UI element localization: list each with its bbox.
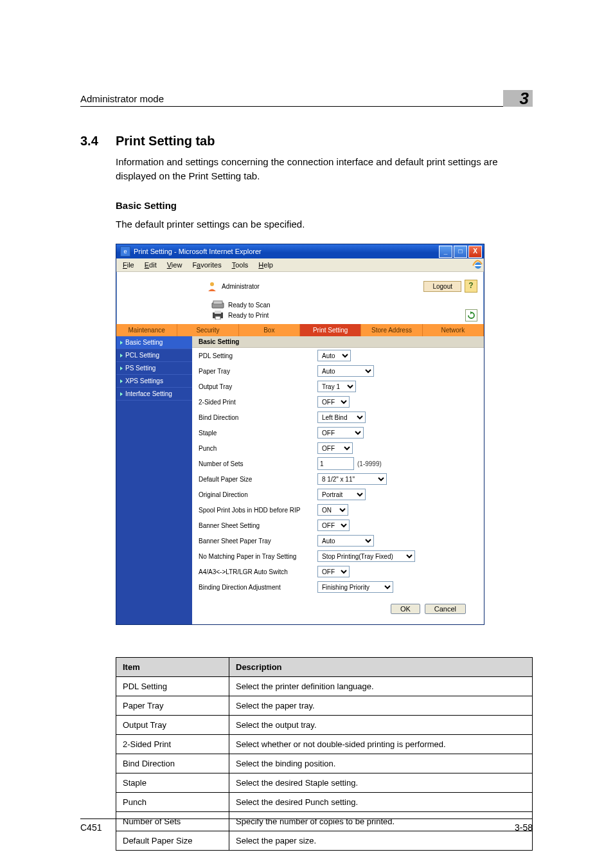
sidebar-item-interface-setting[interactable]: Interface Setting [116,388,192,401]
sidebar-item-label: PS Setting [125,365,155,372]
select-default-paper-size[interactable]: 8 1/2" x 11" [317,473,387,485]
menu-file[interactable]: File [119,260,138,270]
triangle-icon [120,366,123,370]
ok-button[interactable]: OK [391,604,420,614]
printer-icon [211,311,224,320]
logout-button[interactable]: Logout [423,281,461,292]
form-label: Binding Direction Adjustment [199,584,317,591]
table-cell-item: Punch [116,793,229,812]
tab-security[interactable]: Security [177,324,238,336]
window-title: Print Setting - Microsoft Internet Explo… [134,248,439,255]
form-label: Banner Sheet Paper Tray [199,538,317,545]
admin-label: Administrator [222,283,260,290]
sidebar-item-basic-setting[interactable]: Basic Setting [116,336,192,349]
tab-maintenance[interactable]: Maintenance [116,324,177,336]
tab-store-address[interactable]: Store Address [361,324,422,336]
form-label: Default Paper Size [199,476,317,483]
svg-rect-4 [213,301,222,304]
table-cell-description: Select the output tray. [229,716,533,735]
form-row: Default Paper Size8 1/2" x 11" [192,471,484,487]
tab-box[interactable]: Box [239,324,300,336]
menu-tools[interactable]: Tools [228,260,253,270]
table-header-description: Description [229,658,533,677]
form-row: No Matching Paper in Tray SettingStop Pr… [192,548,484,564]
form-label: No Matching Paper in Tray Setting [199,553,317,560]
select-output-tray[interactable]: Tray 1 [317,381,356,392]
form-row: PunchOFF [192,440,484,456]
table-row: Bind DirectionSelect the binding positio… [116,754,533,773]
table-cell-description: Select whether or not double-sided print… [229,735,533,754]
window-maximize-button[interactable]: □ [454,246,467,258]
form-label: Bind Direction [199,414,317,421]
table-cell-item: Staple [116,773,229,793]
cancel-button[interactable]: Cancel [425,604,466,614]
form-label: PDL Setting [199,352,317,359]
table-cell-item: PDL Setting [116,677,229,696]
footer-model: C451 [80,822,515,833]
sidebar-item-ps-setting[interactable]: PS Setting [116,362,192,375]
table-row: Default Paper SizeSelect the paper size. [116,831,533,851]
select-bind-direction[interactable]: Left Bind [317,411,366,423]
table-cell-item: Bind Direction [116,754,229,773]
select-punch[interactable]: OFF [317,442,353,454]
help-button[interactable]: ? [465,280,477,293]
menu-favorites[interactable]: Favorites [188,260,225,270]
select-original-direction[interactable]: Portrait [317,489,366,500]
table-cell-item: 2-Sided Print [116,735,229,754]
table-cell-item: Paper Tray [116,696,229,716]
triangle-icon [120,392,123,396]
table-cell-description: Select the printer definition language. [229,677,533,696]
select-no-matching-paper-in-tray-setting[interactable]: Stop Printing(Tray Fixed) [317,550,415,562]
table-cell-description: Select the paper tray. [229,696,533,716]
chapter-badge: 3 [503,90,533,107]
form-row: StapleOFF [192,425,484,440]
table-row: PDL SettingSelect the printer definition… [116,677,533,696]
form-row: Number of Sets(1-9999) [192,456,484,471]
sidebar-item-xps-settings[interactable]: XPS Settings [116,375,192,388]
table-cell-item: Output Tray [116,716,229,735]
window-minimize-button[interactable]: _ [439,246,452,258]
table-cell-item: Default Paper Size [116,831,229,851]
status-print: Ready to Print [228,312,269,319]
sidebar-item-pcl-setting[interactable]: PCL Setting [116,349,192,362]
form-row: PDL SettingAuto [192,348,484,363]
select-paper-tray[interactable]: Auto [317,365,374,377]
table-row: Paper TraySelect the paper tray. [116,696,533,716]
tab-network[interactable]: Network [423,324,484,336]
sidebar-item-label: XPS Settings [125,377,163,384]
ie-page-icon: e [120,246,130,257]
triangle-icon [120,379,123,383]
administrator-icon [206,280,218,292]
select-banner-sheet-setting[interactable]: OFF [317,520,350,531]
form-heading: Basic Setting [192,336,484,348]
select-binding-direction-adjustment[interactable]: Finishing Priority [317,581,393,593]
window-close-button[interactable]: X [468,246,482,258]
form-label: 2-Sided Print [199,399,317,406]
input-hint: (1-9999) [357,460,382,467]
form-row: Binding Direction AdjustmentFinishing Pr… [192,579,484,595]
svg-rect-1 [475,265,481,266]
section-title: Print Setting tab [116,134,215,149]
page-header-title: Administrator mode [80,93,503,104]
select-staple[interactable]: OFF [317,427,364,439]
tab-bar: MaintenanceSecurityBoxPrint SettingStore… [116,324,484,336]
triangle-icon [120,341,123,345]
table-row: StapleSelect the desired Staple setting. [116,773,533,793]
table-cell-description: Select the binding position. [229,754,533,773]
select-2-sided-print[interactable]: OFF [317,396,350,408]
menu-view[interactable]: View [163,260,186,270]
form-row: A4/A3<->LTR/LGR Auto SwitchOFF [192,564,484,579]
sub-heading: Basic Setting [116,200,533,211]
form-row: Paper TrayAuto [192,363,484,379]
svg-rect-7 [215,316,220,320]
menu-edit[interactable]: Edit [141,260,161,270]
refresh-button[interactable] [465,309,477,321]
select-banner-sheet-paper-tray[interactable]: Auto [317,535,374,547]
tab-print-setting[interactable]: Print Setting [300,324,361,336]
select-a4-a3-ltr-lgr-auto-switch[interactable]: OFF [317,566,350,577]
form-label: Paper Tray [199,368,317,375]
menu-help[interactable]: Help [254,260,277,270]
select-spool-print-jobs-in-hdd-before-rip[interactable]: ON [317,504,348,516]
select-pdl-setting[interactable]: Auto [317,350,351,361]
number-of-sets-input[interactable] [317,457,354,470]
